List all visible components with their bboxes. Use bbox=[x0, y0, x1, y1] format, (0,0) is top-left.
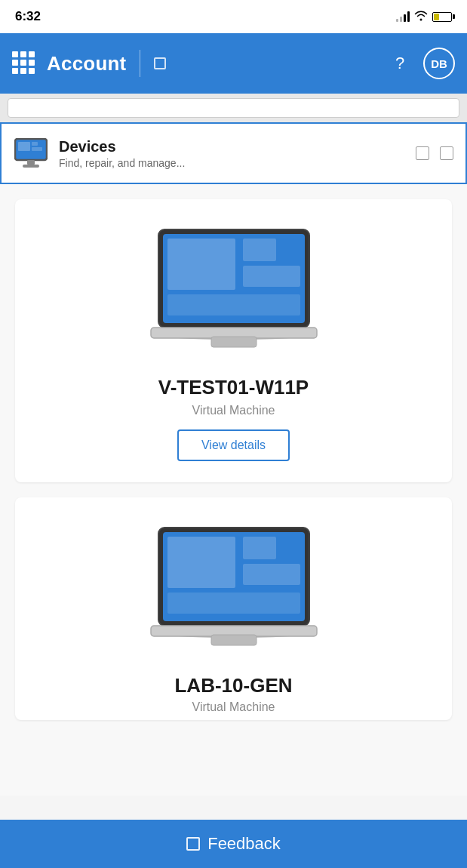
devices-title: Devices bbox=[59, 138, 405, 155]
battery-icon bbox=[432, 12, 452, 22]
feedback-checkbox[interactable] bbox=[186, 837, 200, 851]
device-list: V-TEST01-W11P Virtual Machine View detai… bbox=[0, 184, 467, 796]
header-title: Account bbox=[47, 52, 126, 75]
wifi-icon bbox=[414, 11, 428, 23]
signal-icon bbox=[396, 11, 410, 22]
svg-rect-3 bbox=[32, 147, 42, 151]
search-bar-container bbox=[0, 94, 467, 122]
svg-rect-20 bbox=[167, 593, 300, 614]
header-square-icon[interactable] bbox=[154, 57, 166, 69]
search-bar[interactable] bbox=[8, 98, 459, 118]
laptop-illustration-1 bbox=[143, 222, 324, 361]
svg-rect-1 bbox=[18, 142, 30, 151]
device-name-2: LAB-10-GEN bbox=[174, 674, 292, 697]
svg-rect-4 bbox=[27, 160, 35, 165]
monitor-icon bbox=[14, 138, 48, 168]
devices-text: Devices Find, repair, and manage... bbox=[59, 138, 405, 169]
svg-rect-5 bbox=[23, 165, 39, 168]
device-type-2: Virtual Machine bbox=[192, 700, 275, 720]
feedback-label: Feedback bbox=[207, 834, 281, 854]
svg-rect-14 bbox=[211, 337, 257, 347]
action-square-2[interactable] bbox=[440, 146, 453, 160]
status-bar: 6:32 bbox=[0, 0, 467, 33]
svg-rect-2 bbox=[32, 142, 38, 146]
laptop-svg-2 bbox=[143, 520, 324, 656]
device-card-1: V-TEST01-W11P Virtual Machine View detai… bbox=[15, 199, 452, 482]
svg-rect-17 bbox=[167, 537, 235, 588]
devices-subtitle: Find, repair, and manage... bbox=[59, 157, 405, 169]
laptop-svg-1 bbox=[143, 222, 324, 358]
devices-actions bbox=[416, 146, 453, 160]
svg-rect-11 bbox=[167, 294, 300, 315]
devices-icon-wrapper bbox=[14, 136, 48, 171]
svg-rect-10 bbox=[243, 266, 300, 287]
device-card-2: LAB-10-GEN Virtual Machine bbox=[15, 497, 452, 720]
header-divider bbox=[140, 50, 140, 77]
feedback-bar[interactable]: Feedback bbox=[0, 820, 467, 868]
header: Account ? DB bbox=[0, 33, 467, 94]
devices-header[interactable]: Devices Find, repair, and manage... bbox=[0, 122, 467, 184]
action-square-1[interactable] bbox=[416, 146, 429, 160]
grid-menu-icon[interactable] bbox=[12, 51, 36, 75]
device-type-1: Virtual Machine bbox=[192, 404, 275, 417]
view-details-button-1[interactable]: View details bbox=[177, 429, 290, 461]
laptop-illustration-2 bbox=[143, 520, 324, 659]
device-name-1: V-TEST01-W11P bbox=[158, 376, 309, 399]
help-button[interactable]: ? bbox=[387, 54, 413, 73]
svg-rect-18 bbox=[243, 537, 276, 559]
status-time: 6:32 bbox=[15, 9, 41, 24]
svg-rect-19 bbox=[243, 564, 300, 585]
avatar[interactable]: DB bbox=[423, 48, 455, 79]
svg-rect-23 bbox=[211, 635, 257, 645]
svg-rect-9 bbox=[243, 239, 276, 261]
status-icons bbox=[396, 11, 452, 23]
main-content: Devices Find, repair, and manage... bbox=[0, 122, 467, 853]
svg-rect-8 bbox=[167, 239, 235, 290]
